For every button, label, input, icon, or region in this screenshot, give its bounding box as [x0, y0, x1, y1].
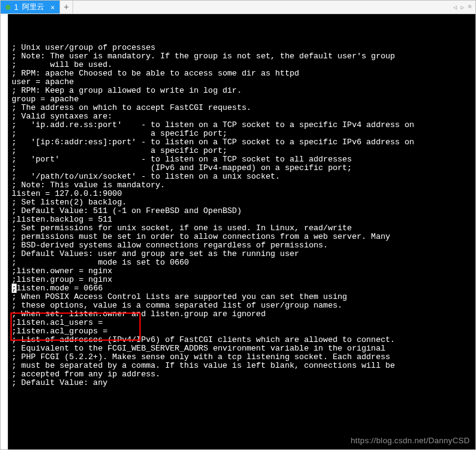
nav-right-icon[interactable]: ▷	[459, 4, 466, 11]
terminal-line: ;listen.owner = nginx	[12, 267, 475, 276]
gutter	[1, 14, 8, 449]
terminal-line: ; Default Values: user and group are set…	[12, 250, 475, 258]
cursor: ;	[12, 284, 17, 293]
nav-left-icon[interactable]: ◁	[452, 4, 458, 11]
tab-label: 阿里云	[22, 2, 44, 12]
terminal-line: ; a specific port;	[12, 130, 475, 138]
terminal-line: ; PHP FCGI (5.2.2+). Makes sense only wi…	[12, 353, 475, 362]
tab-bar: 1 阿里云 × + ◁ ▷ ≡	[1, 1, 475, 14]
tab-active[interactable]: 1 阿里云 ×	[1, 1, 60, 14]
plus-icon: +	[64, 2, 69, 12]
tab-index: 1	[14, 3, 18, 12]
editor-area: ; Unix user/group of processes; Note: Th…	[1, 14, 475, 449]
terminal-line: listen = 127.0.0.1:9000	[12, 190, 475, 198]
terminal-line: ; When set, listen.owner and listen.grou…	[12, 310, 475, 319]
status-dot-icon	[6, 5, 10, 10]
terminal-line: ; must be separated by a comma. If this …	[12, 362, 475, 370]
terminal-line: ; Note: This value is mandatory.	[12, 181, 475, 190]
terminal-line: ; will be used.	[12, 61, 475, 69]
terminal-line: ; BSD-derived systems allow connections …	[12, 241, 475, 250]
terminal-line: ; The address on which to accept FastCGI…	[12, 104, 475, 112]
terminal-line: ; 'ip.add.re.ss:port' - to listen on a T…	[12, 121, 475, 130]
terminal-line: ;listen.group = nginx	[12, 276, 475, 284]
terminal-line: ; Note: The user is mandatory. If the gr…	[12, 52, 475, 61]
terminal-line: ;listen.mode = 0666	[12, 284, 475, 293]
terminal-line: ; Valid syntaxes are:	[12, 112, 475, 121]
tab-nav: ◁ ▷ ≡	[452, 1, 475, 14]
terminal-line: ; Equivalent to the FCGI_WEB_SERVER_ADDR…	[12, 344, 475, 353]
terminal-line: ;listen.acl_groups =	[12, 327, 475, 336]
terminal-line: ; RPM: Keep a group allowed to write in …	[12, 87, 475, 95]
terminal-line: ; mode is set to 0660	[12, 258, 475, 267]
terminal-line: ; '/path/to/unix/socket' - to listen on …	[12, 173, 475, 181]
terminal-line: ; accepted from any ip address.	[12, 370, 475, 379]
terminal-line: group = apache	[12, 95, 475, 104]
terminal-line: ; (IPv6 and IPv4-mapped) on a specific p…	[12, 164, 475, 173]
window-frame: 1 阿里云 × + ◁ ▷ ≡ ; Unix user/group of pro…	[0, 0, 476, 450]
terminal-line: ; List of addresses (IPv4/IPv6) of FastC…	[12, 336, 475, 344]
new-tab-button[interactable]: +	[60, 1, 73, 14]
terminal-line: ; RPM: apache Choosed to be able to acce…	[12, 69, 475, 78]
nav-menu-icon[interactable]: ≡	[467, 4, 473, 10]
terminal-line: ;listen.backlog = 511	[12, 215, 475, 224]
terminal-line: ; Unix user/group of processes	[12, 44, 475, 52]
terminal-line: ; permissions must be set in order to al…	[12, 233, 475, 241]
terminal-line: ; '[ip:6:addr:ess]:port' - to listen on …	[12, 138, 475, 147]
terminal-line: user = apache	[12, 78, 475, 87]
terminal-line: ; a specific port;	[12, 147, 475, 155]
terminal-viewport[interactable]: ; Unix user/group of processes; Note: Th…	[8, 14, 475, 449]
terminal-line: ; Set permissions for unix socket, if on…	[12, 224, 475, 233]
terminal-line: ;listen.acl_users =	[12, 319, 475, 327]
close-icon[interactable]: ×	[51, 4, 55, 11]
terminal-line: ; these options, value is a comma separa…	[12, 301, 475, 310]
terminal-line: ; Default Value: any	[12, 379, 475, 387]
terminal-line: ; Set listen(2) backlog.	[12, 198, 475, 207]
terminal-line: ; Default Value: 511 (-1 on FreeBSD and …	[12, 207, 475, 215]
terminal-line: ; 'port' - to listen on a TCP socket to …	[12, 155, 475, 164]
terminal-line: ; When POSIX Access Control Lists are su…	[12, 293, 475, 301]
